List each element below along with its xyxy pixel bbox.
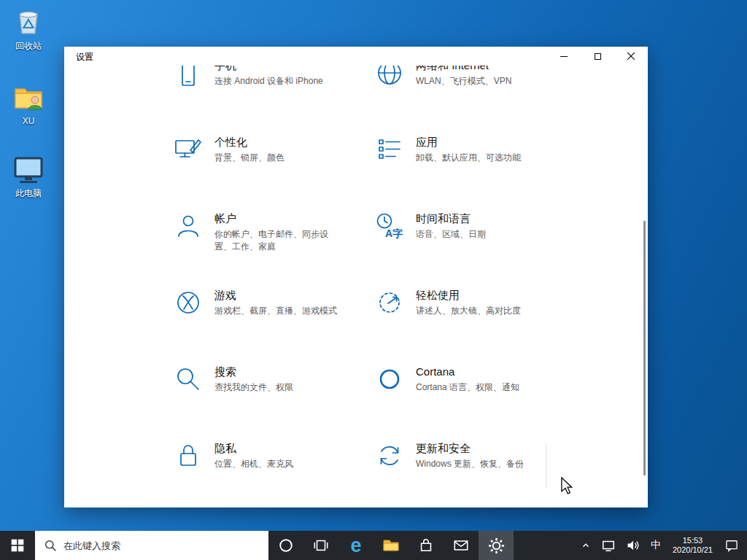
task-view-icon [313, 537, 329, 553]
file-explorer-icon [382, 537, 400, 554]
store-icon [418, 537, 434, 553]
category-desc: Cortana 语言、权限、通知 [416, 381, 519, 394]
store-button[interactable] [409, 531, 444, 560]
category-desc: 位置、相机、麦克风 [214, 458, 293, 470]
desktop-icon-label: 回收站 [15, 40, 42, 52]
desktop-icon-label: XU [23, 116, 35, 126]
settings-category-accounts[interactable]: 帐户 你的帐户、电子邮件、同步设置、工作、家庭 [174, 211, 372, 288]
category-title: 轻松使用 [416, 288, 521, 303]
category-desc: 你的帐户、电子邮件、同步设置、工作、家庭 [214, 228, 338, 253]
apps-icon [375, 135, 404, 164]
category-title: 网络和 Internet [416, 66, 511, 73]
update-security-icon [375, 441, 404, 470]
category-title: 手机 [214, 66, 323, 73]
window-title: 设置 [76, 51, 93, 63]
clock-time: 15:53 [673, 536, 713, 545]
file-explorer-button[interactable] [374, 531, 409, 560]
settings-category-search[interactable]: 搜索 查找我的文件、权限 [174, 365, 372, 441]
time-language-icon: A字 [375, 211, 404, 241]
action-center-icon [724, 538, 739, 553]
settings-category-personalization[interactable]: 个性化 背景、锁屏、颜色 [174, 135, 372, 211]
close-icon [627, 52, 635, 60]
personalization-icon [174, 135, 203, 164]
category-desc: 背景、锁屏、颜色 [214, 152, 285, 164]
settings-category-privacy[interactable]: 隐私 位置、相机、麦克风 [174, 441, 372, 508]
gear-icon [488, 537, 505, 554]
start-button[interactable] [0, 531, 35, 560]
category-desc: 卸载、默认应用、可选功能 [416, 152, 521, 164]
category-title: 更新和安全 [416, 441, 524, 456]
settings-category-apps[interactable]: 应用 卸载、默认应用、可选功能 [375, 135, 573, 211]
cortana-icon [375, 365, 404, 394]
settings-taskbar-button[interactable] [479, 531, 514, 560]
category-title: 游戏 [214, 288, 337, 303]
network-icon [601, 538, 616, 553]
category-desc: 讲述人、放大镜、高对比度 [416, 305, 521, 317]
settings-category-network[interactable]: 网络和 Internet WLAN、飞行模式、VPN [375, 66, 573, 135]
category-desc: Windows 更新、恢复、备份 [416, 458, 524, 470]
settings-category-time-language[interactable]: A字 时间和语言 语音、区域、日期 [375, 211, 573, 288]
category-desc: WLAN、飞行模式、VPN [416, 75, 511, 88]
desktop-icon-user-folder[interactable]: XU [1, 82, 55, 126]
ime-indicator[interactable]: 中 [646, 531, 666, 560]
tile-hover-edge [546, 443, 546, 489]
accounts-icon [174, 211, 203, 241]
category-title: 时间和语言 [416, 211, 486, 226]
phone-icon [174, 66, 203, 88]
category-title: 帐户 [214, 211, 338, 226]
edge-button[interactable]: e [338, 531, 374, 560]
clock-date: 2020/10/21 [673, 545, 713, 555]
category-title: 搜索 [214, 365, 293, 379]
action-center-button[interactable] [719, 531, 744, 560]
ease-of-access-icon [375, 288, 404, 317]
category-title: 应用 [416, 135, 521, 149]
taskbar: e [0, 531, 747, 560]
tray-chevron-button[interactable] [576, 531, 596, 560]
desktop-icon-label: 此电脑 [15, 187, 42, 200]
xbox-icon [174, 288, 203, 317]
settings-category-gaming[interactable]: 游戏 游戏栏、截屏、直播、游戏模式 [174, 288, 372, 365]
settings-home-grid: 手机 连接 Android 设备和 iPhone 网络和 Internet WL… [64, 66, 648, 508]
lock-icon [174, 441, 203, 470]
maximize-icon [595, 53, 601, 60]
cortana-button[interactable] [268, 531, 303, 560]
settings-window: 设置 手机 连接 Android 设备和 iPhone [64, 47, 648, 508]
taskbar-search[interactable] [35, 531, 268, 560]
category-desc: 游戏栏、截屏、直播、游戏模式 [214, 305, 337, 317]
edge-icon: e [350, 536, 361, 556]
windows-logo-icon [10, 538, 25, 553]
svg-text:A字: A字 [385, 228, 403, 239]
cortana-ring-icon [278, 537, 294, 553]
tray-network-button[interactable] [596, 531, 621, 560]
task-view-button[interactable] [303, 531, 338, 560]
globe-icon [375, 66, 404, 88]
maximize-button[interactable] [581, 47, 614, 66]
category-desc: 语音、区域、日期 [416, 228, 486, 241]
close-button[interactable] [614, 47, 648, 66]
chevron-up-icon [581, 540, 591, 551]
minimize-icon [560, 56, 568, 57]
tray-volume-button[interactable] [621, 531, 646, 560]
scrollbar-thumb[interactable] [643, 221, 646, 475]
category-desc: 连接 Android 设备和 iPhone [214, 75, 323, 88]
category-title: 隐私 [214, 441, 293, 456]
search-icon [44, 540, 57, 552]
titlebar[interactable]: 设置 [64, 47, 648, 66]
settings-category-ease-of-access[interactable]: 轻松使用 讲述人、放大镜、高对比度 [375, 288, 573, 365]
category-title: 个性化 [214, 135, 285, 149]
desktop-icon-this-pc[interactable]: 此电脑 [1, 153, 55, 200]
search-category-icon [174, 365, 203, 394]
this-pc-icon [12, 153, 45, 185]
settings-category-phone[interactable]: 手机 连接 Android 设备和 iPhone [174, 66, 372, 135]
mail-button[interactable] [444, 531, 479, 560]
tray-clock[interactable]: 15:53 2020/10/21 [666, 536, 719, 555]
category-desc: 查找我的文件、权限 [214, 381, 293, 394]
category-title: Cortana [416, 365, 519, 379]
settings-category-update-security[interactable]: 更新和安全 Windows 更新、恢复、备份 [375, 441, 573, 508]
settings-category-cortana[interactable]: Cortana Cortana 语言、权限、通知 [375, 365, 573, 441]
user-folder-icon [12, 82, 45, 114]
desktop-icon-recycle-bin[interactable]: 回收站 [1, 6, 55, 52]
search-input[interactable] [63, 540, 239, 551]
volume-icon [626, 538, 640, 553]
minimize-button[interactable] [547, 47, 581, 66]
